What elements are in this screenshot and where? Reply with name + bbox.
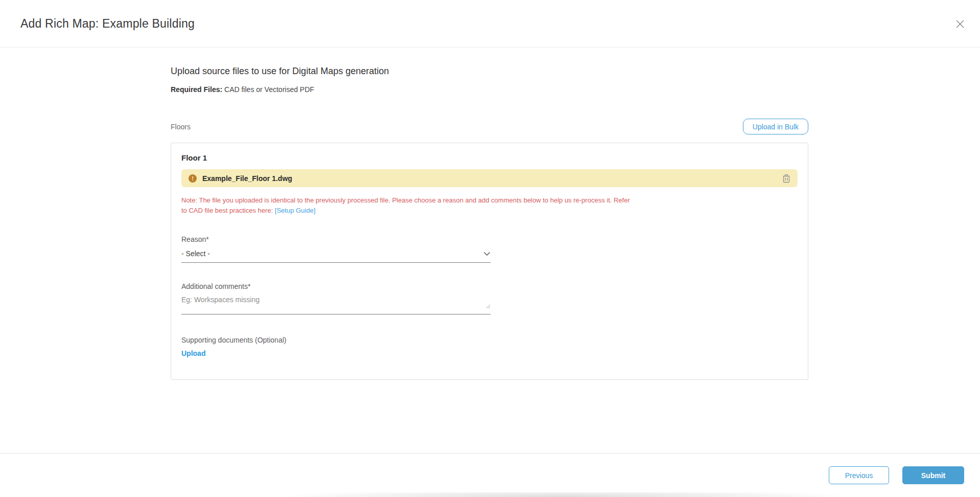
floor-card: Floor 1 ! Example_File_Floor 1.dwg Note:… (171, 143, 808, 380)
setup-guide-link[interactable]: [Setup Guide] (275, 207, 316, 214)
supporting-upload-link[interactable]: Upload (181, 349, 205, 357)
close-x-glyph (955, 19, 965, 29)
uploaded-file-banner: ! Example_File_Floor 1.dwg (181, 169, 798, 187)
reason-select[interactable]: - Select - (181, 250, 491, 263)
additional-comments-wrapper (181, 296, 491, 314)
reason-label: Reason* (181, 235, 798, 243)
additional-comments-label: Additional comments* (181, 282, 798, 290)
submit-button[interactable]: Submit (902, 466, 964, 484)
modal-header: Add Rich Map: Example Building (0, 0, 980, 48)
delete-file-button[interactable] (782, 174, 790, 183)
floors-section-label: Floors (171, 123, 191, 131)
duplicate-file-note: Note: The file you uploaded is identical… (181, 195, 635, 216)
modal-body: Upload source files to use for Digital M… (0, 66, 980, 380)
required-files-line: Required Files: CAD files or Vectorised … (171, 85, 808, 94)
close-icon[interactable] (953, 17, 967, 31)
required-files-value: CAD files or Vectorised PDF (222, 85, 314, 94)
trash-icon (782, 174, 790, 183)
upload-instructions-heading: Upload source files to use for Digital M… (171, 66, 808, 77)
required-files-label: Required Files: (171, 85, 222, 94)
previous-button[interactable]: Previous (829, 466, 889, 484)
floors-row: Floors Upload in Bulk (171, 119, 808, 134)
uploaded-file-name: Example_File_Floor 1.dwg (202, 174, 292, 183)
floor-name: Floor 1 (181, 153, 798, 162)
modal-footer: Previous Submit (0, 453, 980, 497)
note-text: Note: The file you uploaded is identical… (181, 196, 630, 214)
upload-in-bulk-button[interactable]: Upload in Bulk (743, 119, 808, 134)
modal-title: Add Rich Map: Example Building (20, 17, 195, 31)
additional-comments-input[interactable] (181, 296, 491, 309)
supporting-documents-label: Supporting documents (Optional) (181, 336, 798, 344)
chevron-down-icon (483, 252, 491, 256)
resize-grip-icon[interactable] (486, 302, 491, 311)
reason-selected-value: - Select - (181, 250, 210, 258)
warning-icon: ! (189, 174, 197, 183)
